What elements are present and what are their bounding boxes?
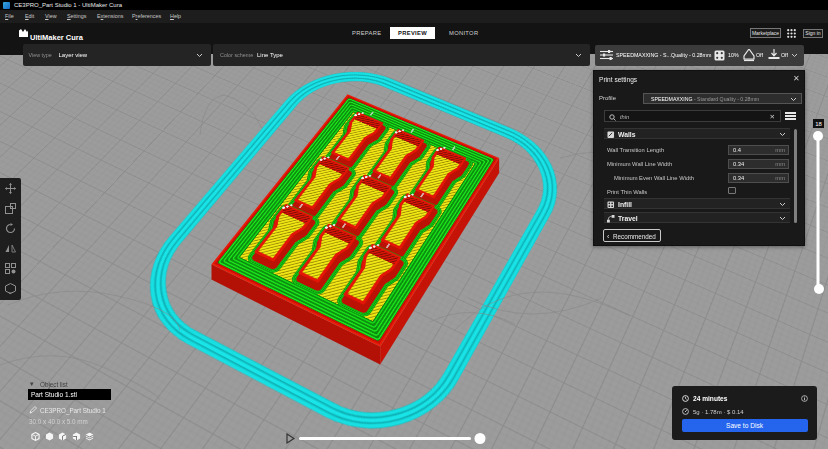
svg-text:18: 18: [815, 121, 822, 127]
